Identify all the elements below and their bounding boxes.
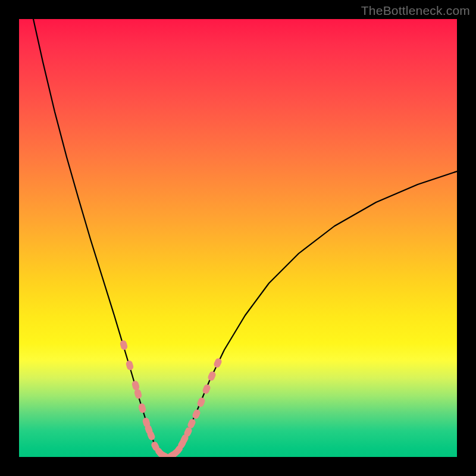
right-dots-marker bbox=[213, 357, 223, 368]
plot-area bbox=[19, 19, 457, 457]
right-dots-marker bbox=[192, 408, 202, 419]
left-dots-marker bbox=[119, 340, 128, 350]
left-dots-marker bbox=[131, 380, 140, 391]
watermark-text: TheBottleneck.com bbox=[361, 4, 470, 18]
chart-svg bbox=[19, 19, 457, 457]
outer-black-frame: TheBottleneck.com bbox=[0, 0, 476, 476]
left-dots-marker bbox=[137, 403, 146, 414]
right-curve bbox=[174, 171, 457, 456]
right-dots-marker bbox=[207, 370, 217, 381]
left-dots-marker bbox=[125, 360, 134, 371]
right-dots-marker bbox=[202, 384, 211, 395]
left-dots-marker bbox=[133, 389, 142, 399]
left-curve bbox=[33, 19, 162, 456]
right-dots-marker bbox=[196, 397, 206, 408]
